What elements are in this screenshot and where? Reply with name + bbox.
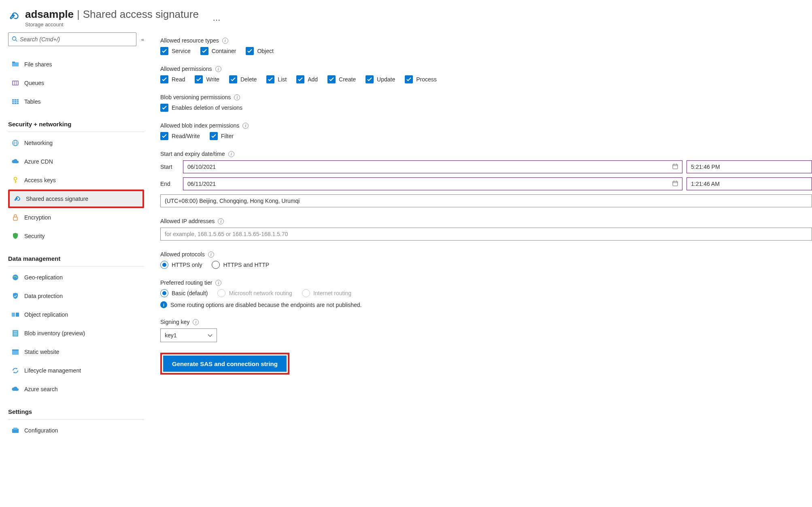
chevron-down-icon (208, 332, 213, 339)
signing-key-value: key1 (165, 332, 177, 339)
start-date-input[interactable]: 06/10/2021 (183, 160, 682, 173)
checkbox-process[interactable]: Process (405, 75, 437, 83)
sidebar-item-azure-cdn[interactable]: Azure CDN (8, 152, 144, 171)
check-icon (210, 132, 218, 140)
end-date-value: 06/11/2021 (187, 181, 216, 187)
checkbox-readwrite[interactable]: Read/Write (160, 132, 200, 140)
info-icon[interactable]: i (215, 280, 221, 286)
info-filled-icon: i (160, 301, 167, 308)
permissions-label: Allowed permissions (160, 66, 212, 72)
sidebar-item-configuration[interactable]: Configuration (8, 421, 144, 440)
radio-label: Microsoft network routing (229, 290, 292, 296)
checkbox-write[interactable]: Write (195, 75, 219, 83)
sidebar-item-security[interactable]: Security (8, 227, 144, 245)
checkbox-list[interactable]: List (266, 75, 287, 83)
sidebar-item-static-website[interactable]: Static website (8, 343, 144, 361)
sidebar-item-label: Access keys (24, 177, 56, 183)
signing-key-select[interactable]: key1 (160, 328, 217, 342)
check-icon (266, 75, 274, 83)
checkbox-read[interactable]: Read (160, 75, 185, 83)
routing-note: Some routing options are disabled becaus… (170, 302, 361, 308)
checkbox-service[interactable]: Service (160, 47, 191, 55)
sidebar-item-data-protection[interactable]: Data protection (8, 287, 144, 305)
checkbox-enable-version-delete[interactable]: Enables deletion of versions (160, 104, 242, 112)
sidebar-item-blob-inventory[interactable]: Blob inventory (preview) (8, 324, 144, 343)
radio-https-only[interactable]: HTTPS only (160, 261, 202, 269)
routing-label: Preferred routing tier (160, 279, 212, 286)
end-date-input[interactable]: 06/11/2021 (183, 177, 682, 190)
info-icon[interactable]: i (228, 151, 234, 157)
timezone-value: (UTC+08:00) Beijing, Chongqing, Hong Kon… (165, 198, 300, 204)
sidebar-item-geo-replication[interactable]: Geo-replication (8, 268, 144, 287)
sidebar-item-object-replication[interactable]: Object replication (8, 305, 144, 324)
end-time-input[interactable]: 1:21:46 AM (687, 177, 812, 190)
replication-icon (11, 312, 19, 317)
checkbox-label: Write (206, 76, 219, 83)
radio-circle-icon (302, 289, 310, 297)
protocols-label: Allowed protocols (160, 251, 205, 258)
radio-https-and-http[interactable]: HTTPS and HTTP (212, 261, 269, 269)
sas-icon (8, 11, 19, 23)
check-icon (160, 47, 168, 55)
info-icon[interactable]: i (208, 251, 214, 258)
sidebar-item-networking[interactable]: Networking (8, 134, 144, 152)
radio-basic-default[interactable]: Basic (default) (160, 289, 208, 297)
main-content: Allowed resource types i Service Contain… (150, 32, 812, 440)
sidebar-search-input[interactable] (20, 36, 133, 43)
ip-input[interactable]: for example, 168.1.5.65 or 168.1.5.65-16… (160, 228, 812, 241)
website-icon (11, 349, 19, 355)
sidebar-item-label: Encryption (24, 214, 51, 221)
sidebar-item-label: Blob inventory (preview) (24, 330, 85, 337)
resource-types-label: Allowed resource types (160, 37, 219, 44)
radio-label: HTTPS only (172, 262, 202, 268)
checkbox-label: Object (257, 48, 273, 54)
radio-label: Internet routing (313, 290, 351, 296)
sidebar-item-queues[interactable]: Queues (8, 74, 144, 92)
sidebar-item-azure-search[interactable]: Azure search (8, 380, 144, 398)
start-date-value: 06/10/2021 (187, 164, 216, 170)
sidebar-item-tables[interactable]: Tables (8, 92, 144, 111)
cdn-icon (11, 159, 19, 164)
sidebar-item-access-keys[interactable]: Access keys (8, 171, 144, 190)
checkbox-object[interactable]: Object (246, 47, 273, 55)
svg-point-0 (13, 36, 16, 40)
info-icon[interactable]: i (218, 218, 224, 224)
sidebar-item-shared-access-signature[interactable]: Shared access signature (8, 190, 144, 208)
timezone-select[interactable]: (UTC+08:00) Beijing, Chongqing, Hong Kon… (160, 194, 812, 207)
check-icon (229, 75, 237, 83)
generate-sas-button[interactable]: Generate SAS and connection string (163, 356, 287, 372)
check-icon (160, 132, 168, 140)
check-icon (160, 75, 168, 83)
svg-rect-7 (17, 81, 18, 85)
configuration-icon (11, 428, 19, 433)
sidebar-search[interactable] (8, 32, 136, 46)
checkbox-create[interactable]: Create (327, 75, 356, 83)
svg-rect-31 (673, 164, 678, 169)
svg-rect-5 (13, 81, 14, 85)
more-menu-button[interactable]: … (213, 13, 221, 23)
radio-circle-icon (217, 289, 225, 297)
info-icon[interactable]: i (234, 94, 240, 100)
checkbox-delete[interactable]: Delete (229, 75, 257, 83)
sidebar-item-lifecycle-management[interactable]: Lifecycle management (8, 361, 144, 380)
checkbox-add[interactable]: Add (296, 75, 318, 83)
info-icon[interactable]: i (215, 66, 221, 72)
radio-circle-icon (160, 289, 168, 297)
info-icon[interactable]: i (242, 123, 249, 129)
sas-icon (13, 195, 21, 202)
radio-label: HTTPS and HTTP (223, 262, 269, 268)
start-time-input[interactable]: 5:21:46 PM (687, 160, 812, 173)
radio-internet-routing: Internet routing (302, 289, 351, 297)
sidebar-item-encryption[interactable]: Encryption (8, 208, 144, 227)
sidebar-item-label: Azure CDN (24, 158, 53, 165)
info-icon[interactable]: i (222, 38, 228, 44)
info-icon[interactable]: i (193, 319, 199, 325)
check-icon (296, 75, 304, 83)
checkbox-container[interactable]: Container (200, 47, 236, 55)
sidebar-item-file-shares[interactable]: File shares (8, 55, 144, 74)
end-time-value: 1:21:46 AM (691, 181, 720, 187)
cloud-search-icon (11, 387, 19, 392)
checkbox-filter[interactable]: Filter (210, 132, 234, 140)
collapse-sidebar-button[interactable]: « (141, 36, 144, 43)
checkbox-update[interactable]: Update (366, 75, 395, 83)
